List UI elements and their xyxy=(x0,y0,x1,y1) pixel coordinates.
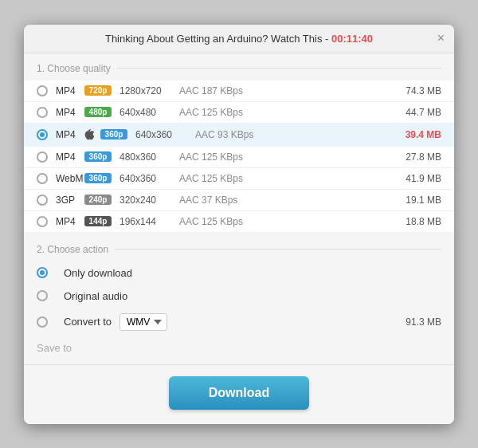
radio-q3[interactable] xyxy=(37,129,48,140)
badge-q7: 144p xyxy=(84,216,112,226)
quality-row-2[interactable]: MP4480p640x480AAC 125 KBps44.7 MB xyxy=(24,102,454,124)
audio-info-q4: AAC 125 KBps xyxy=(179,151,394,163)
close-button[interactable]: × xyxy=(437,32,445,45)
convert-to-label: Convert to xyxy=(64,316,112,328)
file-size-q5: 41.9 MB xyxy=(394,173,441,184)
audio-info-q6: AAC 37 KBps xyxy=(179,195,394,206)
file-size-q6: 19.1 MB xyxy=(394,195,441,206)
format-label-q3: MP4 xyxy=(56,129,84,140)
saveto-label: Save to xyxy=(37,342,72,354)
radio-q2[interactable] xyxy=(37,107,48,118)
resolution-q2: 640x480 xyxy=(120,107,179,118)
quality-section-header: 1. Choose quality xyxy=(24,63,454,81)
apple-icon-q3 xyxy=(84,128,97,141)
original-audio-label: Original audio xyxy=(64,290,127,302)
file-size-q7: 18.8 MB xyxy=(394,216,441,227)
file-size-q2: 44.7 MB xyxy=(394,107,441,118)
radio-only-download[interactable] xyxy=(37,267,48,278)
audio-info-q5: AAC 125 KBps xyxy=(179,173,394,184)
file-size-q4: 27.8 MB xyxy=(394,151,441,163)
resolution-q4: 480x360 xyxy=(120,151,179,163)
dialog-title: Thinking About Getting an Arduino? Watch… xyxy=(105,33,373,45)
saveto-row: Save to xyxy=(24,336,454,360)
action-original-audio[interactable]: Original audio xyxy=(24,285,454,308)
quality-row-5[interactable]: WebM360p640x360AAC 125 KBps41.9 MB xyxy=(24,168,454,190)
audio-info-q1: AAC 187 KBps xyxy=(179,85,394,96)
download-dialog: Thinking About Getting an Arduino? Watch… xyxy=(24,25,454,424)
quality-row-4[interactable]: MP4360p480x360AAC 125 KBps27.8 MB xyxy=(24,147,454,168)
download-button[interactable]: Download xyxy=(169,376,309,410)
resolution-q6: 320x240 xyxy=(120,195,179,206)
radio-q6[interactable] xyxy=(37,195,48,206)
quality-list[interactable]: MP4720p1280x720AAC 187 KBps74.3 MBMP4480… xyxy=(24,81,454,233)
radio-q7[interactable] xyxy=(37,216,48,227)
quality-row-6[interactable]: 3GP240p320x240AAC 37 KBps19.1 MB xyxy=(24,190,454,211)
dialog-footer: Download xyxy=(24,364,454,424)
action-section: 2. Choose action Only download Original … xyxy=(24,236,454,360)
radio-q1[interactable] xyxy=(37,85,48,96)
dialog-body: 1. Choose quality MP4720p1280x720AAC 187… xyxy=(24,53,454,360)
radio-convert-to[interactable] xyxy=(37,316,48,328)
dialog-header: Thinking About Getting an Arduino? Watch… xyxy=(24,25,454,53)
quality-row-1[interactable]: MP4720p1280x720AAC 187 KBps74.3 MB xyxy=(24,81,454,102)
format-label-q1: MP4 xyxy=(56,85,84,96)
radio-q4[interactable] xyxy=(37,151,48,163)
format-label-q6: 3GP xyxy=(56,195,84,206)
format-label-q2: MP4 xyxy=(56,107,84,118)
quality-row-3[interactable]: MP4360p640x360AAC 93 KBps39.4 MB xyxy=(24,124,454,147)
file-size-q1: 74.3 MB xyxy=(394,85,441,96)
audio-info-q2: AAC 125 KBps xyxy=(179,107,394,118)
action-only-download[interactable]: Only download xyxy=(24,261,454,285)
file-size-q3: 39.4 MB xyxy=(394,129,441,140)
badge-q4: 360p xyxy=(84,151,112,162)
badge-q5: 360p xyxy=(84,173,112,183)
action-convert-to[interactable]: Convert to WMVAVIMP3AACOGG 91.3 MB xyxy=(24,308,454,336)
badge-q2: 480p xyxy=(84,107,112,117)
title-text: Thinking About Getting an Arduino? Watch… xyxy=(105,33,322,45)
resolution-q3: 640x360 xyxy=(135,129,195,140)
audio-info-q3: AAC 93 KBps xyxy=(195,129,394,140)
only-download-label: Only download xyxy=(64,267,132,279)
audio-info-q7: AAC 125 KBps xyxy=(179,216,394,227)
convert-size: 91.3 MB xyxy=(406,316,441,328)
radio-q5[interactable] xyxy=(37,173,48,184)
format-label-q4: MP4 xyxy=(56,151,84,163)
badge-q3: 360p xyxy=(100,129,127,140)
badge-q1: 720p xyxy=(84,85,112,96)
action-section-header: 2. Choose action xyxy=(24,244,454,261)
quality-row-7[interactable]: MP4144p196x144AAC 125 KBps18.8 MB xyxy=(24,211,454,233)
resolution-q5: 640x360 xyxy=(120,173,179,184)
badge-q6: 240p xyxy=(84,195,112,205)
format-select[interactable]: WMVAVIMP3AACOGG xyxy=(120,313,167,331)
resolution-q7: 196x144 xyxy=(120,216,179,227)
radio-original-audio[interactable] xyxy=(37,290,48,301)
timer-text: 00:11:40 xyxy=(331,33,373,45)
format-label-q5: WebM xyxy=(56,173,84,184)
format-label-q7: MP4 xyxy=(56,216,84,227)
resolution-q1: 1280x720 xyxy=(120,85,179,96)
